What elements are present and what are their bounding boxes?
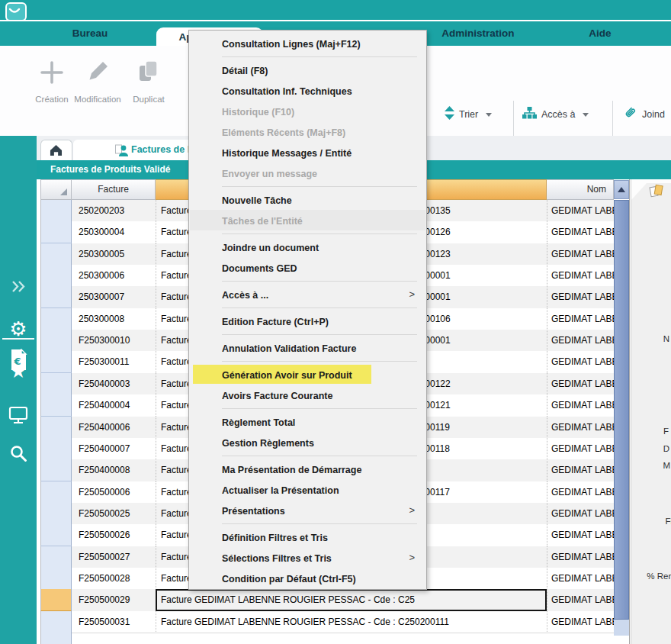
acces-a-button[interactable]: Accès à — [522, 107, 589, 122]
row-selector-cell[interactable] — [40, 394, 72, 417]
context-menu-item[interactable]: Edition Facture (Ctrl+P) — [189, 311, 426, 331]
context-menu-item[interactable]: Consultation Inf. Techniques — [189, 80, 426, 101]
nom-cell[interactable]: GEDIMAT LABENNE — [547, 221, 614, 243]
context-menu-item[interactable]: Règlement Total — [189, 411, 426, 432]
nom-cell[interactable]: GEDIMAT LABENNE — [547, 524, 614, 546]
chevron-down-icon[interactable] — [486, 113, 492, 117]
trier-button[interactable]: Trier — [445, 107, 492, 122]
context-menu-item[interactable]: Historique Messages / Entité — [189, 142, 426, 163]
facture-cell[interactable]: F250500031 — [72, 611, 156, 633]
row-selector-cell[interactable] — [40, 286, 72, 308]
nom-cell[interactable]: GEDIMAT LABENNE — [547, 243, 614, 266]
tab-bureau[interactable]: Bureau — [44, 21, 136, 46]
facture-cell[interactable]: F250400008 — [72, 459, 156, 481]
context-menu-item[interactable]: Tâches de l'Entité — [189, 210, 426, 230]
context-menu-item[interactable]: Définition Filtres et Tris — [189, 526, 426, 547]
nom-cell[interactable]: GEDIMAT LABENNE — [547, 286, 614, 308]
app-logo-icon[interactable] — [5, 2, 27, 21]
select-all-header[interactable] — [40, 179, 72, 200]
nom-cell[interactable]: GEDIMAT LABENNE — [547, 459, 614, 481]
context-menu-item[interactable]: Actualiser la Présentation — [189, 479, 426, 500]
duplication-button[interactable]: Duplicat — [118, 55, 179, 101]
chevron-down-icon[interactable] — [583, 113, 589, 117]
monitor-icon[interactable] — [0, 406, 37, 427]
nom-cell[interactable]: GEDIMAT LABENNE — [547, 481, 614, 504]
tab-administration[interactable]: Administration — [421, 21, 535, 46]
context-menu-item[interactable]: Consultation Lignes (Maj+F12) — [189, 33, 426, 53]
context-menu-item[interactable]: Envoyer un message — [189, 163, 426, 183]
context-menu-item[interactable]: Sélections Filtres et Tris> — [189, 547, 426, 568]
nom-cell[interactable]: GEDIMAT LABENNE — [547, 438, 614, 460]
gear-icon[interactable]: ⚙ — [0, 319, 37, 339]
facture-cell[interactable]: F250300011 — [72, 351, 156, 373]
nom-cell[interactable]: GEDIMAT LABENNE — [547, 330, 614, 352]
row-selector-cell[interactable] — [40, 221, 72, 243]
facture-cell[interactable]: F250500027 — [72, 546, 156, 568]
facture-cell[interactable]: F250400006 — [72, 417, 156, 439]
table-row[interactable]: F250500031Facture GEDIMAT LABENNE ROUGIE… — [40, 611, 614, 633]
row-selector-cell[interactable] — [40, 611, 72, 633]
facture-cell[interactable]: 250200203 — [72, 200, 156, 222]
facture-cell[interactable]: 250300007 — [72, 286, 156, 308]
row-selector-cell[interactable] — [40, 265, 72, 287]
context-menu-item[interactable]: Historique (F10) — [189, 101, 426, 121]
context-menu-item[interactable]: Génération Avoir sur Produit — [189, 364, 426, 385]
facture-cell[interactable]: F250300010 — [72, 330, 156, 352]
nom-cell[interactable]: GEDIMAT LABENNE — [547, 200, 614, 222]
context-menu-item[interactable]: Eléments Récents (Maj+F8) — [189, 121, 426, 142]
facture-cell[interactable]: F250400003 — [72, 373, 156, 395]
expand-chevrons-icon[interactable] — [0, 280, 37, 296]
joindre-button[interactable]: Joind — [622, 107, 665, 122]
nom-cell[interactable]: GEDIMAT LABENNE — [547, 308, 614, 330]
context-menu-item[interactable]: Joindre un document — [189, 237, 426, 257]
row-selector-cell[interactable] — [40, 438, 72, 460]
row-selector-cell[interactable] — [40, 200, 72, 222]
row-selector-cell[interactable] — [40, 243, 72, 266]
facture-cell[interactable]: 250300006 — [72, 265, 156, 287]
facture-cell[interactable]: 250300005 — [72, 243, 156, 266]
context-menu-item[interactable]: Détail (F8) — [189, 60, 426, 80]
context-menu-item[interactable]: Annulation Validation Facture — [189, 337, 426, 358]
row-selector-cell[interactable] — [40, 373, 72, 395]
context-menu-item[interactable]: Ma Présentation de Démarrage — [189, 459, 426, 479]
context-menu-item[interactable]: Avoirs Facture Courante — [189, 385, 426, 405]
nom-cell[interactable]: GEDIMAT LABENNE — [547, 394, 614, 417]
facture-cell[interactable]: F250500028 — [72, 568, 156, 590]
facture-cell[interactable]: F250500029 — [72, 589, 156, 611]
context-menu-item[interactable]: Documents GED — [189, 257, 426, 278]
description-cell[interactable]: Facture GEDIMAT LABENNE ROUGIER PESSAC -… — [156, 611, 547, 633]
facture-cell[interactable]: 250300004 — [72, 221, 156, 243]
scrollbar-up-button[interactable] — [614, 180, 629, 199]
context-menu-item[interactable]: Gestion Règlements — [189, 432, 426, 452]
facture-cell[interactable]: F250400004 — [72, 394, 156, 417]
facture-cell[interactable]: F250400007 — [72, 438, 156, 460]
facture-cell[interactable]: F250500025 — [72, 503, 156, 525]
description-cell[interactable]: Facture GEDIMAT LABENNE ROUGIER PESSAC -… — [156, 589, 547, 611]
facture-cell[interactable]: F250500026 — [72, 524, 156, 546]
invoice-euro-icon[interactable]: € — [0, 349, 37, 374]
vertical-scrollbar-thumb[interactable] — [614, 200, 629, 620]
home-tab[interactable] — [40, 140, 72, 161]
row-selector-cell[interactable] — [40, 351, 72, 373]
row-selector-cell[interactable] — [40, 417, 72, 439]
row-selector-cell[interactable] — [40, 546, 72, 568]
facture-cell[interactable]: 250300008 — [72, 308, 156, 330]
row-selector-cell[interactable] — [40, 481, 72, 504]
nom-cell[interactable]: GEDIMAT LABENNE — [547, 589, 614, 611]
tab-aide[interactable]: Aide — [566, 21, 634, 46]
search-icon[interactable] — [0, 444, 37, 466]
nom-cell[interactable]: GEDIMAT LABENNE — [547, 417, 614, 439]
nom-column-header[interactable]: Nom — [547, 179, 614, 200]
table-row[interactable]: F250500029Facture GEDIMAT LABENNE ROUGIE… — [40, 589, 614, 611]
nom-cell[interactable]: GEDIMAT LABENNE — [547, 568, 614, 590]
documents-pages-icon[interactable] — [649, 184, 664, 201]
nom-cell[interactable]: GEDIMAT LABENNE — [547, 546, 614, 568]
row-selector-cell[interactable] — [40, 330, 72, 352]
nom-cell[interactable]: GEDIMAT LABENNE — [547, 373, 614, 395]
row-selector-cell[interactable] — [40, 308, 72, 330]
nom-cell[interactable]: GEDIMAT LABENNE — [547, 265, 614, 287]
context-menu-item[interactable]: Accès à ...> — [189, 284, 426, 304]
row-selector-cell[interactable] — [40, 459, 72, 481]
context-menu-item[interactable]: Nouvelle Tâche — [189, 189, 426, 210]
context-menu-item[interactable]: Présentations> — [189, 500, 426, 520]
